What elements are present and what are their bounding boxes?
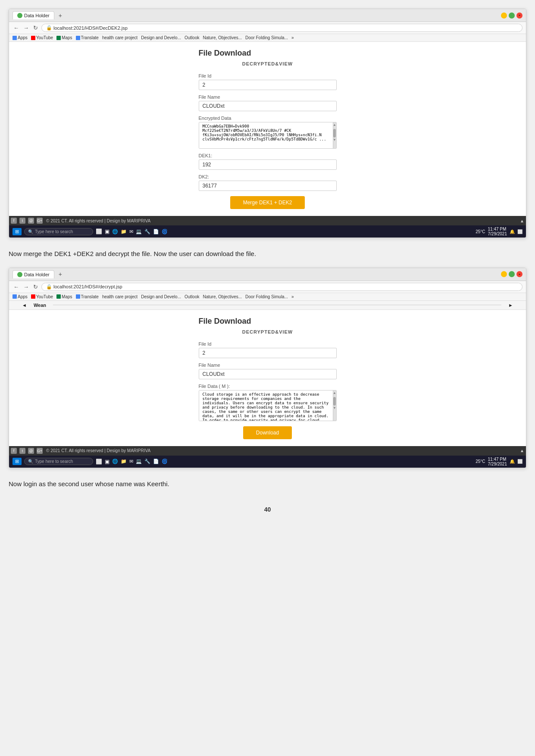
bookmark-health-1[interactable]: health care project (102, 35, 138, 40)
taskbar-folder-icon-1[interactable]: 📁 (121, 229, 127, 234)
social4-icon-2: G+ (37, 448, 43, 454)
minimize-button-2[interactable] (501, 271, 507, 277)
taskbar-folder-icon-2[interactable]: 📁 (121, 459, 127, 464)
taskbar-task-view-1[interactable]: ▣ (105, 228, 110, 234)
maximize-button-2[interactable] (509, 271, 515, 277)
show-desktop-1[interactable]: ⬜ (517, 229, 522, 234)
bookmark-maps-1[interactable]: Maps (56, 35, 72, 40)
forward-button-1[interactable]: → (22, 25, 30, 31)
download-button-2[interactable]: Download (243, 426, 292, 439)
dek2-label-1: DK2: (199, 174, 337, 179)
browser-tab-2[interactable]: Data Holder (13, 270, 54, 278)
new-tab-button-1[interactable]: + (57, 12, 64, 19)
close-button-1[interactable]: × (516, 12, 522, 19)
address-box-1[interactable]: 🔒 localhost:2021/HDS#/DecDEK2.jsp (41, 24, 522, 32)
bookmark-outlook-1[interactable]: Outlook (185, 35, 199, 40)
taskbar-app2-icon-1[interactable]: 🔧 (144, 229, 150, 234)
minimize-button-1[interactable] (501, 12, 507, 19)
bookmark-translate-2[interactable]: Translate (76, 294, 99, 299)
scroll-up-arrow-2[interactable]: ▲ (520, 448, 524, 453)
close-button-2[interactable]: × (516, 271, 522, 277)
taskbar-browser-icon-2[interactable]: 🌐 (112, 459, 118, 464)
taskbar-app3-icon-2[interactable]: 📄 (153, 459, 159, 464)
lock-icon-1: 🔒 (46, 25, 52, 31)
file-name-input-2[interactable] (199, 369, 337, 379)
notification-icon-2[interactable]: 🔔 (510, 459, 515, 464)
bookmark-outlook-2[interactable]: Outlook (185, 294, 199, 299)
bookmark-health-2[interactable]: health care project (102, 294, 138, 299)
back-button-1[interactable]: ← (13, 25, 20, 31)
reload-button-1[interactable]: ↻ (32, 25, 39, 31)
scroll-down-1[interactable]: ▼ (332, 137, 337, 142)
bookmark-door-2[interactable]: Door Folding Simula... (245, 294, 288, 299)
scroll-down-2[interactable]: ▼ (332, 406, 337, 410)
taskbar-search-box-1[interactable]: 🔍 Type here to search (24, 228, 93, 235)
notification-icon-1[interactable]: 🔔 (510, 229, 515, 234)
dek1-input-1[interactable] (199, 159, 337, 170)
back-button-2[interactable]: ← (13, 284, 20, 290)
page-title-2: File Download (199, 317, 337, 326)
bookmark-nature-2[interactable]: Nature, Objectives... (203, 294, 242, 299)
file-data-textarea-2[interactable]: Cloud storage is an effective approach t… (199, 390, 333, 421)
taskbar-mail-icon-1[interactable]: ✉ (129, 229, 133, 234)
taskbar-task-view-2[interactable]: ▣ (105, 459, 110, 465)
file-name-input-1[interactable] (199, 101, 337, 111)
browser-addressbar-2: ← → ↻ 🔒 localhost:2021/HDS#/decrypt.jsp (9, 281, 526, 293)
taskbar-cortana-1[interactable]: ⬜ (96, 228, 102, 234)
taskbar-right-2: 25°C 11:47 PM 7/29/2021 🔔 ⬜ (476, 457, 522, 466)
maximize-button-1[interactable] (509, 12, 515, 19)
nav-arrow-left-2[interactable]: ◄ (22, 303, 27, 308)
file-id-input-1[interactable] (199, 80, 337, 90)
file-id-input-2[interactable] (199, 348, 337, 358)
encrypted-data-textarea-wrapper-1: MCCnaWbGa7EBH+Dvk900 Mcf22Se€T2N7r4M5w/a… (199, 122, 337, 149)
encrypted-data-textarea-1[interactable]: MCCnaWbGa7EBH+Dvk900 Mcf22Se€T2N7r4M5w/a… (199, 122, 333, 148)
taskbar-app4-icon-2[interactable]: 🌀 (162, 459, 168, 464)
scroll-up-arrow-1[interactable]: ▲ (520, 219, 524, 223)
taskbar-search-box-2[interactable]: 🔍 Type here to search (24, 458, 93, 465)
taskbar-cortana-2[interactable]: ⬜ (96, 459, 102, 465)
nav-arrow-right-2[interactable]: ► (508, 303, 513, 308)
taskbar-app1-icon-2[interactable]: 💻 (136, 459, 142, 464)
scrollbar-1[interactable]: ▲ ▼ (333, 122, 336, 148)
scroll-up-1[interactable]: ▲ (332, 122, 337, 127)
merge-button-1[interactable]: Merge DEK1 + DEK2 (230, 196, 305, 209)
bookmark-maps-2[interactable]: Maps (56, 294, 72, 299)
twitter-icon-1: t (19, 218, 25, 224)
narrative-text-1: Now merge the DEK1 +DEK2 and decrypt the… (9, 249, 526, 259)
bookmark-apps-1[interactable]: Apps (13, 35, 28, 40)
file-name-group-2: File Name (199, 362, 337, 379)
bookmark-design-2[interactable]: Design and Develo... (141, 294, 181, 299)
taskbar-browser-icon-1[interactable]: 🌐 (112, 229, 118, 234)
start-button-2[interactable]: ⊞ (13, 458, 22, 465)
win-controls-1: × (501, 12, 522, 19)
bookmarks-bar-1: Apps YouTube Maps Translate health care … (9, 34, 526, 42)
scrollbar-2[interactable]: ▲ ▼ (333, 390, 336, 421)
show-desktop-2[interactable]: ⬜ (517, 459, 522, 464)
taskbar-app2-icon-2[interactable]: 🔧 (144, 459, 150, 464)
taskbar-app4-icon-1[interactable]: 🌀 (162, 229, 168, 234)
forward-button-2[interactable]: → (22, 284, 30, 290)
taskbar-mail-icon-2[interactable]: ✉ (129, 459, 133, 464)
bookmark-youtube-2[interactable]: YouTube (31, 294, 53, 299)
taskbar-app1-icon-1[interactable]: 💻 (136, 229, 142, 234)
bookmark-design-1[interactable]: Design and Develo... (141, 35, 181, 40)
address-box-2[interactable]: 🔒 localhost:2021/HDS#/decrypt.jsp (41, 283, 522, 291)
dek2-input-1[interactable] (199, 181, 337, 191)
browser-tab-1[interactable]: Data Holder (13, 11, 54, 19)
bookmark-door-1[interactable]: Door Folding Simula... (245, 35, 288, 40)
scroll-up-2[interactable]: ▲ (332, 390, 337, 395)
encrypted-data-label-1: Encrypted Data (199, 116, 337, 121)
bookmark-youtube-1[interactable]: YouTube (31, 35, 53, 40)
bookmark-reading-2[interactable]: » (291, 294, 294, 299)
bookmark-reading-1[interactable]: » (291, 35, 294, 40)
bookmark-nature-1[interactable]: Nature, Objectives... (203, 35, 242, 40)
scroll-thumb-2[interactable] (333, 397, 336, 406)
bookmark-apps-2[interactable]: Apps (13, 294, 28, 299)
start-button-1[interactable]: ⊞ (13, 228, 22, 235)
reload-button-2[interactable]: ↻ (32, 284, 39, 290)
taskbar-app3-icon-1[interactable]: 📄 (153, 229, 159, 234)
new-tab-button-2[interactable]: + (57, 271, 64, 278)
scroll-thumb-1[interactable] (333, 129, 336, 137)
apps-icon-1 (13, 36, 17, 40)
bookmark-translate-1[interactable]: Translate (76, 35, 99, 40)
